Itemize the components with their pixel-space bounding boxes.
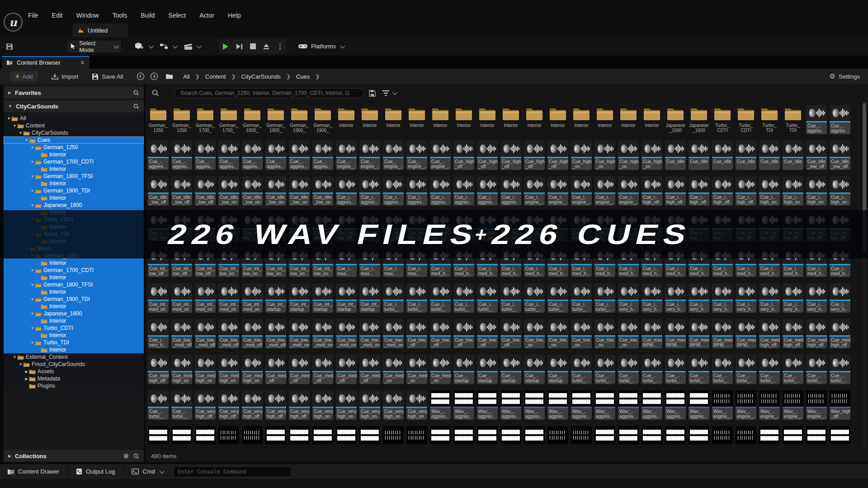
content-browser-tab[interactable]: Content Browser ✕ xyxy=(2,56,90,69)
folder-tile[interactable]: German_1800_ xyxy=(242,105,263,136)
sound-cue-tile[interactable]: Cue_med..high_on xyxy=(171,355,192,385)
save-search-icon[interactable] xyxy=(369,90,376,97)
save-icon[interactable] xyxy=(5,42,14,51)
sound-cue-tile[interactable]: Cue_..turbo_.. xyxy=(148,390,169,421)
expander-arrow-icon[interactable]: ▶ xyxy=(24,377,29,381)
tree-item-german_1250[interactable]: ▼German_1250 xyxy=(4,144,144,151)
sound-cue-tile[interactable]: Cue_i..aggres.. xyxy=(477,176,498,207)
sound-cue-tile[interactable]: Cue_idle xyxy=(665,141,686,171)
sound-cue-tile[interactable]: Cue_i..aggres.. xyxy=(406,176,427,207)
tree-item-citycarsounds[interactable]: ▼CityCarSounds xyxy=(4,129,144,136)
sound-cue-tile[interactable]: Cue_high.._on xyxy=(594,141,615,171)
menu-item-build[interactable]: Build xyxy=(141,12,155,19)
sound-cue-tile[interactable]: Cue_idle.._low_on xyxy=(289,176,310,207)
sound-cue-tile[interactable]: Cue_i..engine_.. xyxy=(524,176,545,207)
sound-cue-tile[interactable]: Cue_..turbo_.. xyxy=(783,355,803,385)
folder-tile[interactable]: Interior xyxy=(500,105,521,136)
expander-arrow-icon[interactable]: ▼ xyxy=(30,341,35,345)
sources-header[interactable]: ▼ CityCarSounds xyxy=(4,100,144,112)
sound-cue-tile[interactable]: Cue_med.._off xyxy=(312,355,333,385)
sound-cue-tile[interactable]: Cue_int_..startup xyxy=(336,283,357,314)
stop-icon[interactable] xyxy=(250,43,256,49)
sound-wave-tile-partial[interactable] xyxy=(336,426,357,447)
sound-cue-tile[interactable]: Cue_very..high_on xyxy=(312,390,333,421)
sound-cue-tile[interactable]: Cue_idle.._low_off xyxy=(830,141,850,171)
sound-wave-tile-partial[interactable] xyxy=(265,426,286,447)
expander-arrow-icon[interactable]: ▼ xyxy=(30,312,35,316)
sound-cue-tile[interactable]: Cue_idle xyxy=(736,141,756,171)
sound-cue-tile[interactable]: Cue_low.._off xyxy=(477,319,498,350)
sound-cue-tile[interactable]: Cue_..aggres.. xyxy=(195,141,216,171)
add-actor-button[interactable] xyxy=(131,40,156,53)
sound-cue-tile[interactable]: Cue_..turbo_.. xyxy=(736,355,756,385)
sound-cue-tile[interactable]: Cue_high.._on xyxy=(571,141,592,171)
sound-cue-tile[interactable]: Cue_i..engine_.. xyxy=(547,176,568,207)
sound-cue-tile[interactable]: Cue_low.._med_on xyxy=(289,319,310,350)
sound-cue-tile[interactable]: Cue_..startup xyxy=(524,355,545,385)
sound-wave-tile-partial[interactable] xyxy=(712,426,733,447)
sound-cue-tile[interactable]: Cue_i..engine_.. xyxy=(594,176,615,207)
sound-cue-tile[interactable]: Cue_i..high_off xyxy=(736,176,756,207)
expander-arrow-icon[interactable]: ▶ xyxy=(24,370,29,374)
sound-cue-tile[interactable]: Cue_..startup xyxy=(477,355,498,385)
sound-cue-tile[interactable]: Cue_i..engine_.. xyxy=(571,176,592,207)
sound-cue-tile[interactable]: Cue_i..aggres.. xyxy=(359,176,380,207)
path-folder-icon[interactable] xyxy=(165,73,173,80)
expander-arrow-icon[interactable]: ▼ xyxy=(30,145,35,150)
sound-wave-tile[interactable]: Wav_high.._off xyxy=(830,390,850,421)
folder-tile[interactable]: Turbo_TDI xyxy=(759,105,780,136)
sound-wave-tile-partial[interactable] xyxy=(242,426,263,447)
sound-wave-tile-partial[interactable] xyxy=(830,426,850,447)
sound-cue-tile[interactable]: Cue_i..high_off xyxy=(689,176,709,207)
sound-cue-tile[interactable]: Cue_..aggres.. xyxy=(171,141,192,171)
menu-item-help[interactable]: Help xyxy=(228,12,241,19)
blueprints-button[interactable] xyxy=(156,40,180,53)
sound-cue-tile[interactable]: Cue_i..aggres.. xyxy=(430,176,451,207)
tree-item-assets[interactable]: ▶Assets xyxy=(4,368,144,375)
sound-cue-tile[interactable]: Cue_i..very_h.. xyxy=(736,283,756,314)
expander-arrow-icon[interactable]: ▼ xyxy=(18,362,23,366)
sound-cue-tile[interactable]: Cue_med..high_off xyxy=(148,355,169,385)
close-icon[interactable]: ✕ xyxy=(80,59,85,66)
sound-cue-tile[interactable]: Cue_med..high_off xyxy=(759,319,780,350)
sound-cue-tile[interactable]: Cue_..turbo_.. xyxy=(594,355,615,385)
tree-item-cues[interactable]: ▼Cues xyxy=(4,136,144,144)
tree-item-interior[interactable]: Interior xyxy=(4,303,144,310)
sound-cue-tile[interactable]: Cue_i..aggres.. xyxy=(336,176,357,207)
collections-header[interactable]: ▶ Collections ⊕ xyxy=(4,450,144,462)
sound-cue-tile[interactable]: Cue_med..high_on xyxy=(242,355,263,385)
sound-cue-tile[interactable]: Cue_..turbo_.. xyxy=(759,355,780,385)
sound-cue-tile[interactable]: Cue_very..high_on xyxy=(383,390,404,421)
expander-arrow-icon[interactable]: ▼ xyxy=(30,189,35,193)
sound-cue-tile[interactable]: Cue_..aggres.. xyxy=(265,141,286,171)
tree-item-interior[interactable]: Interior xyxy=(4,346,144,353)
sound-cue-tile[interactable]: Cue_low.._med_off xyxy=(195,319,216,350)
sound-cue-tile[interactable]: Cue_med.._off xyxy=(289,355,310,385)
sound-wave-tile-partial[interactable] xyxy=(783,426,803,447)
sound-cue-tile[interactable]: Cue_low.._med_off xyxy=(265,319,286,350)
sound-cue-tile[interactable]: Cue_int_..startup xyxy=(312,283,333,314)
breadcrumb-item-all[interactable]: All xyxy=(183,73,189,80)
tree-item-interior[interactable]: Interior xyxy=(4,259,144,267)
expander-arrow-icon[interactable]: ▼ xyxy=(18,131,23,135)
sound-cue-tile[interactable]: Cue_..startup xyxy=(547,355,568,385)
sound-wave-tile-partial[interactable] xyxy=(171,426,192,447)
eject-icon[interactable] xyxy=(263,43,269,50)
forward-button[interactable] xyxy=(150,72,158,80)
sound-cue-tile[interactable]: Cue_i..turbo_.. xyxy=(571,283,592,314)
folder-tile[interactable]: German_1800_ xyxy=(265,105,286,136)
tree-item-german_1900_tdi[interactable]: ▼German_1900_TDI xyxy=(4,187,144,194)
sound-cue-tile[interactable]: Cue_med..high_off xyxy=(830,319,850,350)
tree-item-german_1900_tdi[interactable]: ▼German_1900_TDI xyxy=(4,296,144,303)
sound-wave-tile-partial[interactable] xyxy=(453,426,474,447)
sound-cue-tile[interactable]: Cue_low.._med_off xyxy=(171,319,192,350)
sound-cue-tile[interactable]: Cue_..engine_.. xyxy=(430,141,451,171)
sound-cue-tile[interactable]: Cue_low.._off xyxy=(453,319,474,350)
sound-cue-tile[interactable]: Cue_med.._on xyxy=(430,355,451,385)
expander-arrow-icon[interactable]: ▼ xyxy=(30,283,35,287)
sound-cue-tile[interactable]: Cue_med..high_on xyxy=(195,355,216,385)
sound-cue-tile[interactable]: Cue_high.._on xyxy=(642,141,662,171)
sound-wave-tile-partial[interactable] xyxy=(359,426,380,447)
sound-cue-tile[interactable]: Cue_i..aggres.. xyxy=(500,176,521,207)
sound-cue-tile[interactable]: Cue_..engine_.. xyxy=(383,141,404,171)
